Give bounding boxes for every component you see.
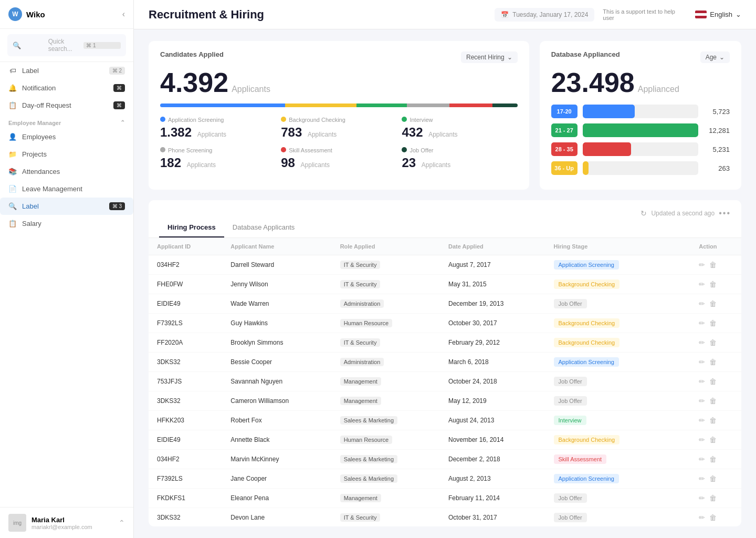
role-applied: IT & Security xyxy=(332,508,440,527)
refresh-icon[interactable]: ↻ xyxy=(640,209,647,218)
applicant-name: Devon Lane xyxy=(222,508,331,527)
age-chevron-icon: ⌄ xyxy=(719,54,724,61)
applicant-name: Savannah Nguyen xyxy=(222,372,331,391)
edit-icon[interactable]: ✏ xyxy=(699,261,705,269)
sidebar-item-employees[interactable]: 👤 Employees xyxy=(0,128,133,146)
sidebar-dayoff-text: Day-off Request xyxy=(22,101,71,109)
user-profile[interactable]: img Maria Karl mariakrl@example.com ⌃ xyxy=(0,507,133,538)
quick-search-box[interactable]: 🔍 Quick search... ⌘ 1 xyxy=(7,34,126,56)
avatar: img xyxy=(8,514,26,532)
sidebar-item-label-active[interactable]: 🔍 Label ⌘ 3 xyxy=(0,198,133,215)
date-applied: December 19, 2013 xyxy=(440,294,545,314)
stat-type-label: Phone Screening xyxy=(160,147,276,153)
role-applied: Administration xyxy=(332,294,440,314)
delete-icon[interactable]: 🗑 xyxy=(709,280,717,288)
role-applied: Management xyxy=(332,372,440,391)
stat-item: Job Offer 23 Applicants xyxy=(402,147,517,170)
sidebar-item-leave[interactable]: 📄 Leave Management xyxy=(0,180,133,198)
sidebar-projects-text: Projects xyxy=(22,150,47,158)
delete-icon[interactable]: 🗑 xyxy=(709,455,717,463)
sidebar-item-projects[interactable]: 📁 Projects xyxy=(0,146,133,163)
table-row: F7392LS Jane Cooper Salees & Marketing A… xyxy=(149,469,741,489)
applicant-id: FHE0FW xyxy=(149,275,222,294)
delete-icon[interactable]: 🗑 xyxy=(709,377,717,386)
empty-col xyxy=(666,353,691,372)
applicant-name: Cameron Williamson xyxy=(222,391,331,411)
empty-col xyxy=(666,255,691,275)
applicant-name: Robert Fox xyxy=(222,411,331,430)
age-bar-row: 36 - Up 263 xyxy=(551,161,730,175)
table-actions: ↻ Updated a second ago ••• xyxy=(640,209,731,218)
hiring-stage: Application Screening xyxy=(545,255,666,275)
edit-icon[interactable]: ✏ xyxy=(699,338,705,347)
table-row: EIDIE49 Annette Black Human Resource Nov… xyxy=(149,430,741,450)
sidebar-collapse-button[interactable]: ‹ xyxy=(122,9,125,19)
delete-icon[interactable]: 🗑 xyxy=(709,338,717,347)
age-bar-track xyxy=(583,161,698,175)
notification-icon: 🔔 xyxy=(8,84,17,92)
app-logo[interactable]: W Wiko xyxy=(8,7,45,21)
table-column-header: Role Applied xyxy=(332,238,440,255)
edit-icon[interactable]: ✏ xyxy=(699,397,705,405)
tab-hiring-process[interactable]: Hiring Process xyxy=(159,218,224,237)
stat-item: Skill Assessment 98 Applicants xyxy=(281,147,396,170)
search-shortcut: ⌘ 1 xyxy=(83,42,121,49)
delete-icon[interactable]: 🗑 xyxy=(709,397,717,405)
edit-icon[interactable]: ✏ xyxy=(699,494,705,502)
delete-icon[interactable]: 🗑 xyxy=(709,261,717,269)
search-placeholder: Quick search... xyxy=(48,38,80,53)
sidebar-item-label[interactable]: 🏷 Label ⌘ 2 xyxy=(0,62,133,79)
user-name: Maria Karl xyxy=(32,516,113,524)
tab-database-applicants[interactable]: Database Applicants xyxy=(224,218,303,237)
delete-icon[interactable]: 🗑 xyxy=(709,319,717,327)
applicant-name: Brooklyn Simmons xyxy=(222,333,331,353)
app-name: Wiko xyxy=(26,10,45,19)
edit-icon[interactable]: ✏ xyxy=(699,280,705,288)
sidebar-item-salary[interactable]: 📋 Salary xyxy=(0,215,133,232)
user-chevron-icon[interactable]: ⌃ xyxy=(119,519,125,527)
edit-icon[interactable]: ✏ xyxy=(699,319,705,327)
edit-icon[interactable]: ✏ xyxy=(699,299,705,308)
role-applied: Management xyxy=(332,391,440,411)
delete-icon[interactable]: 🗑 xyxy=(709,474,717,483)
action-col: ✏ 🗑 xyxy=(690,275,741,294)
edit-icon[interactable]: ✏ xyxy=(699,474,705,483)
recent-hiring-filter[interactable]: Recent Hiring ⌄ xyxy=(461,51,518,63)
age-filter-label: Age xyxy=(706,54,717,61)
recent-hiring-chevron-icon: ⌄ xyxy=(507,54,512,61)
calendar-icon: 📅 xyxy=(501,11,509,18)
delete-icon[interactable]: 🗑 xyxy=(709,358,717,366)
edit-icon[interactable]: ✏ xyxy=(699,416,705,425)
role-applied: Management xyxy=(332,489,440,508)
delete-icon[interactable]: 🗑 xyxy=(709,513,717,522)
more-options-icon[interactable]: ••• xyxy=(719,209,731,218)
hiring-stage: Job Offer xyxy=(545,391,666,411)
delete-icon[interactable]: 🗑 xyxy=(709,299,717,308)
delete-icon[interactable]: 🗑 xyxy=(709,494,717,502)
sidebar-item-notification[interactable]: 🔔 Notification ⌘ xyxy=(0,79,133,97)
age-bars: 17-20 5,723 21 - 27 12,281 28 - 35 5,231… xyxy=(551,105,730,175)
role-applied: Salees & Marketing xyxy=(332,469,440,489)
delete-icon[interactable]: 🗑 xyxy=(709,436,717,444)
empty-col xyxy=(666,411,691,430)
edit-icon[interactable]: ✏ xyxy=(699,377,705,386)
candidates-stat-items: Application Screening 1.382 Applicants B… xyxy=(160,117,518,170)
delete-icon[interactable]: 🗑 xyxy=(709,416,717,425)
stat-value: 432 Applicants xyxy=(402,125,517,140)
notification-shortcut: ⌘ xyxy=(113,84,125,92)
empty-col xyxy=(666,430,691,450)
sidebar-item-attendances[interactable]: 📚 Attendances xyxy=(0,163,133,180)
table-row: 034HF2 Darrell Steward IT & Security Aug… xyxy=(149,255,741,275)
age-label: 21 - 27 xyxy=(551,123,578,137)
sidebar-search-area[interactable]: 🔍 Quick search... ⌘ 1 xyxy=(0,29,133,62)
edit-icon[interactable]: ✏ xyxy=(699,436,705,444)
language-selector[interactable]: English ⌄ xyxy=(695,11,741,18)
sidebar-item-dayoff[interactable]: 📋 Day-off Request ⌘ xyxy=(0,97,133,114)
applicant-id: HFKK203 xyxy=(149,411,222,430)
edit-icon[interactable]: ✏ xyxy=(699,455,705,463)
database-number: 23.498 xyxy=(551,67,635,98)
edit-icon[interactable]: ✏ xyxy=(699,513,705,522)
leave-icon: 📄 xyxy=(8,185,17,193)
edit-icon[interactable]: ✏ xyxy=(699,358,705,366)
age-filter[interactable]: Age ⌄ xyxy=(700,51,730,63)
